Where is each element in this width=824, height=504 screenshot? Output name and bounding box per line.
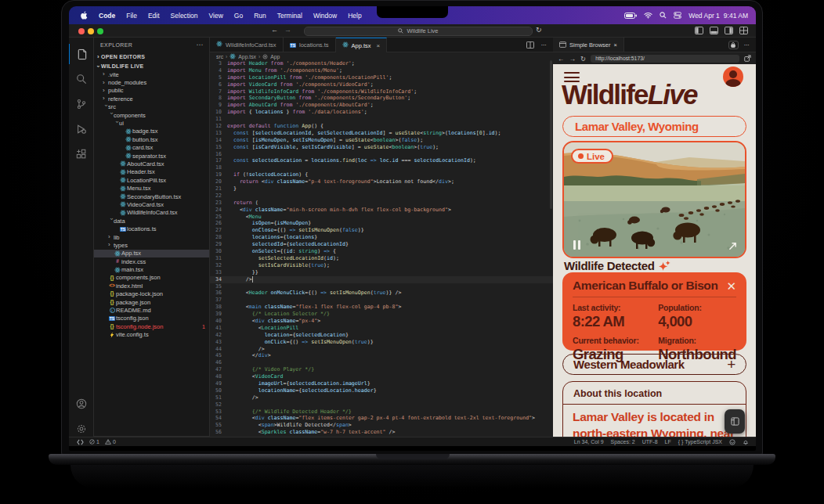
tree-item-app-tsx[interactable]: App.tsx <box>94 250 210 257</box>
tree-item-aboutcard-tsx[interactable]: AboutCard.tsx <box>94 160 210 167</box>
warnings-indicator[interactable]: 0 <box>105 439 116 445</box>
close-button[interactable] <box>78 28 85 34</box>
browser-forward-icon[interactable]: → <box>569 55 576 63</box>
control-center-icon[interactable] <box>674 12 681 19</box>
menu-run[interactable]: Run <box>248 12 272 20</box>
tree-item-badge-tsx[interactable]: badge.tsx <box>94 128 210 135</box>
tree-item-button-tsx[interactable]: button.tsx <box>94 135 210 143</box>
tab-wildlifeinfocard-tsx[interactable]: WildlifeInfoCard.tsx <box>210 38 284 52</box>
cursor-position[interactable]: Ln 34, Col 9 <box>574 439 604 445</box>
tree-item-node_modules[interactable]: ›node_modules <box>94 78 210 86</box>
battery-icon[interactable] <box>624 13 637 19</box>
tree-item-videocard-tsx[interactable]: VideoCard.tsx <box>94 200 210 208</box>
tree-item-lib[interactable]: ›lib <box>94 233 210 241</box>
close-browser-tab-icon[interactable]: × <box>614 41 617 49</box>
browser-reload-icon[interactable]: ↻ <box>580 55 586 63</box>
tree-item--vite[interactable]: ›.vite <box>94 70 210 78</box>
open-external-icon[interactable] <box>744 55 751 62</box>
remote-indicator-icon[interactable] <box>77 439 84 445</box>
menu-help[interactable]: Help <box>342 12 367 20</box>
editor-scrollbar[interactable] <box>550 60 552 209</box>
tree-item-card-tsx[interactable]: card.tsx <box>94 144 210 152</box>
extensions-icon[interactable] <box>69 144 94 164</box>
editor-more-actions-icon[interactable]: ⋯ <box>541 41 548 49</box>
tree-item-tsconfig-json[interactable]: TStsconfig.json <box>94 315 210 322</box>
split-editor-icon[interactable] <box>526 41 534 49</box>
source-control-icon[interactable] <box>69 94 94 114</box>
menu-window[interactable]: Window <box>308 12 342 20</box>
toggle-panel-icon[interactable] <box>710 27 718 34</box>
tree-item-main-tsx[interactable]: main.tsx <box>94 265 210 273</box>
tree-item-components[interactable]: ›components <box>94 111 210 119</box>
browser-back-icon[interactable]: ← <box>558 55 565 63</box>
pause-button[interactable] <box>573 240 580 250</box>
notifications-bell-icon[interactable] <box>743 438 749 445</box>
lock-icon[interactable] <box>728 41 739 49</box>
tree-item-index-css[interactable]: #index.css <box>94 257 210 265</box>
tab-app-tsx[interactable]: App.tsx× <box>336 38 388 52</box>
language-mode[interactable]: { } TypeScript JSX <box>678 439 722 445</box>
refresh-layout-icon[interactable]: ↻ <box>536 26 542 34</box>
explorer-icon[interactable] <box>69 44 94 64</box>
tree-item-data[interactable]: ›data <box>94 217 210 225</box>
menu-view[interactable]: View <box>204 12 229 20</box>
tree-item-public[interactable]: ›public <box>94 87 210 95</box>
close-tab-icon[interactable]: × <box>377 42 381 49</box>
expand-icon[interactable] <box>728 242 737 250</box>
wifi-icon[interactable] <box>644 12 652 19</box>
explorer-more-actions-icon[interactable]: ⋯ <box>197 41 204 49</box>
eol-sequence[interactable]: LF <box>665 439 671 445</box>
tree-item-ui[interactable]: ›ui <box>94 119 210 127</box>
tree-item-header-tsx[interactable]: Header.tsx <box>94 168 210 176</box>
simple-browser-overlay-button[interactable] <box>725 409 745 434</box>
apple-menu-icon[interactable] <box>80 11 89 20</box>
encoding[interactable]: UTF-8 <box>642 439 658 445</box>
project-root-section[interactable]: ›WILDLIFE LIVE <box>94 62 210 70</box>
close-info-card-icon[interactable]: ✕ <box>726 280 736 292</box>
open-editors-section[interactable]: ›OPEN EDITORS <box>94 52 210 61</box>
tree-item-tsconfig-node-json[interactable]: {}tsconfig.node.json1 <box>94 322 210 330</box>
tree-item-secondarybutton-tsx[interactable]: SecondaryButton.tsx <box>94 193 210 200</box>
western-meadowlark-button[interactable]: Western Meadowlark + <box>562 354 746 375</box>
indentation[interactable]: Spaces: 2 <box>611 439 635 445</box>
history-forward-button[interactable]: → <box>284 26 291 34</box>
tree-item-readme-md[interactable]: iREADME.md <box>94 306 210 314</box>
code-editor[interactable]: 3import Header from './components/Header… <box>210 60 553 437</box>
toggle-primary-sidebar-icon[interactable] <box>695 27 703 34</box>
search-view-icon[interactable] <box>69 69 94 89</box>
feedback-icon[interactable] <box>729 439 735 445</box>
breadcrumb[interactable]: src› App.tsx› App <box>210 52 553 60</box>
tree-item-separator-tsx[interactable]: separator.tsx <box>94 152 210 160</box>
tree-item-menu-tsx[interactable]: Menu.tsx <box>94 184 210 192</box>
menu-selection[interactable]: Selection <box>165 12 204 20</box>
tab-locations-ts[interactable]: TSlocations.ts <box>284 38 336 52</box>
tree-item-wildlifeinfocard-tsx[interactable]: WildlifeInfoCard.tsx <box>94 209 210 217</box>
command-center-search[interactable]: Wildlife Live <box>304 27 533 36</box>
zoom-button[interactable] <box>97 28 103 34</box>
spotlight-search-icon[interactable] <box>660 12 667 19</box>
tree-item-reference[interactable]: ›reference <box>94 95 210 103</box>
menu-edit[interactable]: Edit <box>143 12 165 20</box>
tree-item-package-lock-json[interactable]: {}package-lock.json <box>94 290 210 298</box>
tree-item-locations-ts[interactable]: TSlocations.ts <box>94 225 210 232</box>
tree-item-vite-config-ts[interactable]: vite.config.ts <box>94 331 210 339</box>
url-input[interactable]: http://localhost:5173/ <box>591 55 739 63</box>
video-card[interactable]: Live <box>562 141 746 258</box>
menu-go[interactable]: Go <box>229 12 248 20</box>
tree-item-src[interactable]: ›src <box>94 103 210 111</box>
history-back-button[interactable]: ← <box>271 26 278 34</box>
tree-item-components-json[interactable]: {}components.json <box>94 274 210 282</box>
tree-item-package-json[interactable]: {}package.json <box>94 298 210 306</box>
tree-item-types[interactable]: ›types <box>94 241 210 249</box>
menu-code[interactable]: Code <box>93 12 121 20</box>
run-debug-icon[interactable] <box>69 119 94 139</box>
minimize-button[interactable] <box>88 28 94 34</box>
toggle-secondary-sidebar-icon[interactable] <box>725 27 733 34</box>
menu-file[interactable]: File <box>121 12 143 20</box>
accounts-icon[interactable] <box>69 394 94 414</box>
browser-more-actions-icon[interactable]: ⋯ <box>744 41 750 49</box>
menubar-clock[interactable]: Wed Apr 1 9:41 AM <box>688 12 748 20</box>
tab-simple-browser[interactable]: Simple Browser × <box>553 38 624 52</box>
location-pill[interactable]: Lamar Valley, Wyoming <box>562 116 746 137</box>
tree-item-locationpill-tsx[interactable]: LocationPill.tsx <box>94 176 210 184</box>
